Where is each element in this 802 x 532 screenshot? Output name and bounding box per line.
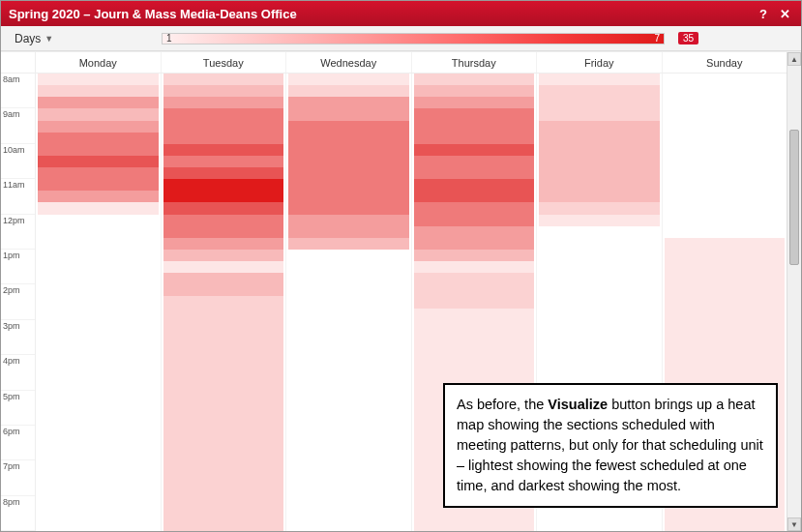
heat-cell xyxy=(163,449,284,460)
heat-cell xyxy=(414,343,535,355)
heat-cell xyxy=(414,367,535,378)
days-dropdown[interactable]: Days ▼ xyxy=(9,30,59,47)
heat-cell xyxy=(38,121,159,133)
heat-cell xyxy=(38,156,159,167)
heat-cell xyxy=(539,296,660,308)
heat-cell xyxy=(539,133,660,144)
heat-cell xyxy=(539,202,660,214)
hour-label: 12pm xyxy=(1,215,35,250)
heat-cell xyxy=(539,191,660,202)
heat-cell xyxy=(665,74,786,85)
heat-cell xyxy=(539,250,660,261)
heat-cell xyxy=(288,296,409,308)
hour-label: 10am xyxy=(1,144,35,179)
legend-max: 7 xyxy=(655,33,661,44)
heat-cell xyxy=(665,85,786,97)
heat-cell xyxy=(163,108,284,120)
heat-cell xyxy=(414,97,535,108)
heat-cell xyxy=(288,226,409,238)
title-bar: Spring 2020 – Journ & Mass Media-Deans O… xyxy=(1,1,801,26)
day-column xyxy=(286,74,412,531)
heat-cell xyxy=(38,85,159,97)
heat-cell xyxy=(163,238,284,250)
heat-cell xyxy=(414,133,535,144)
heat-cell xyxy=(414,261,535,273)
heat-cell xyxy=(288,402,409,414)
heat-cell xyxy=(38,309,159,320)
heat-cell xyxy=(163,343,284,355)
heat-cell xyxy=(665,144,786,156)
heat-cell xyxy=(38,238,159,250)
heat-cell xyxy=(288,426,409,437)
scroll-down-icon[interactable]: ▼ xyxy=(787,517,801,531)
heat-cell xyxy=(163,121,284,133)
heat-cell xyxy=(163,226,284,238)
heat-cell xyxy=(163,472,284,484)
callout-pre: As before, the xyxy=(457,397,548,412)
day-header: Tuesday xyxy=(162,52,287,73)
heat-cell xyxy=(665,167,786,179)
heat-cell xyxy=(163,250,284,261)
heat-cell xyxy=(288,121,409,133)
heat-cell xyxy=(539,74,660,85)
heat-cell xyxy=(38,472,159,484)
heat-cell xyxy=(38,343,159,355)
day-column xyxy=(36,74,162,531)
scroll-thumb[interactable] xyxy=(789,130,799,265)
heat-cell xyxy=(539,320,660,332)
hour-label: 9am xyxy=(1,108,35,143)
help-icon[interactable]: ? xyxy=(755,5,772,22)
heat-cell xyxy=(539,238,660,250)
heat-cell xyxy=(665,320,786,332)
heat-cell xyxy=(163,97,284,108)
heat-cell xyxy=(163,460,284,472)
heat-cell xyxy=(38,108,159,120)
vertical-scrollbar[interactable]: ▲ ▼ xyxy=(787,52,801,531)
heat-cell xyxy=(414,284,535,296)
heat-cell xyxy=(38,332,159,343)
heat-cell xyxy=(539,108,660,120)
heat-cell xyxy=(414,320,535,332)
heat-cell xyxy=(288,273,409,284)
heat-cell xyxy=(38,390,159,401)
heat-cell xyxy=(665,179,786,191)
heat-cell xyxy=(288,191,409,202)
heat-cell xyxy=(539,273,660,284)
day-header: Sunday xyxy=(663,52,787,73)
heat-cell xyxy=(539,215,660,226)
heat-cell xyxy=(38,426,159,437)
heat-cell xyxy=(665,296,786,308)
heat-cell xyxy=(539,179,660,191)
heat-cell xyxy=(414,121,535,133)
heat-cell xyxy=(665,343,786,355)
close-icon[interactable]: ✕ xyxy=(776,5,793,22)
heat-cell xyxy=(288,167,409,179)
heat-cell xyxy=(539,261,660,273)
heat-cell xyxy=(665,508,786,519)
heat-cell xyxy=(38,202,159,214)
heat-cell xyxy=(539,309,660,320)
heat-cell xyxy=(665,250,786,261)
heat-cell xyxy=(539,508,660,519)
heat-cell xyxy=(414,355,535,367)
heat-cell xyxy=(288,343,409,355)
heat-cell xyxy=(539,121,660,133)
heat-cell xyxy=(38,261,159,273)
heat-cell xyxy=(288,484,409,495)
heat-cell xyxy=(288,97,409,108)
heat-cell xyxy=(163,273,284,284)
day-header: Friday xyxy=(537,52,663,73)
heat-cell xyxy=(163,519,284,531)
heat-cell xyxy=(665,156,786,167)
heat-cell xyxy=(38,133,159,144)
heat-cell xyxy=(414,215,535,226)
scroll-up-icon[interactable]: ▲ xyxy=(787,52,801,66)
gutter-head xyxy=(1,52,35,74)
heat-cell xyxy=(414,226,535,238)
hour-label: 1pm xyxy=(1,250,35,284)
heatmap-window: Spring 2020 – Journ & Mass Media-Deans O… xyxy=(0,0,802,532)
heat-cell xyxy=(288,215,409,226)
heat-cell xyxy=(163,508,284,519)
heat-cell xyxy=(163,202,284,214)
heat-cell xyxy=(539,284,660,296)
